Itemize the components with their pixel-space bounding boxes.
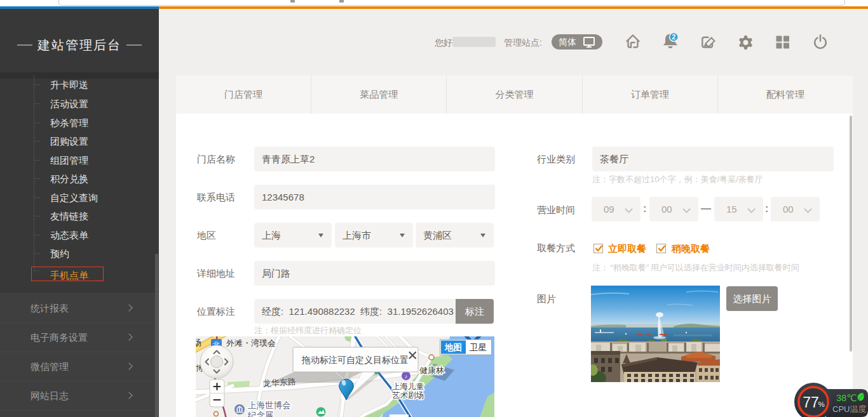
svg-text:场: 场 bbox=[196, 338, 201, 347]
svg-text:%: % bbox=[818, 400, 824, 408]
svg-text:上海世博会: 上海世博会 bbox=[248, 400, 291, 410]
svg-text:上海儿童: 上海儿童 bbox=[392, 382, 424, 391]
svg-text:纪念展: 纪念展 bbox=[247, 411, 274, 417]
svg-text:2: 2 bbox=[672, 33, 675, 41]
svg-text:健康林: 健康林 bbox=[419, 366, 444, 375]
svg-text:38℃: 38℃ bbox=[836, 393, 857, 403]
svg-text:77: 77 bbox=[803, 394, 819, 411]
svg-text:外滩・湾璞会: 外滩・湾璞会 bbox=[226, 338, 276, 348]
svg-text:地图: 地图 bbox=[444, 343, 462, 352]
svg-text:艺术剧场: 艺术剧场 bbox=[392, 391, 424, 400]
svg-text:♪: ♪ bbox=[405, 373, 408, 380]
svg-text:拖动标注可自定义目标位置: 拖动标注可自定义目标位置 bbox=[301, 355, 409, 365]
svg-text:CPU温度: CPU温度 bbox=[832, 404, 866, 414]
svg-text:卫星: 卫星 bbox=[470, 343, 487, 352]
